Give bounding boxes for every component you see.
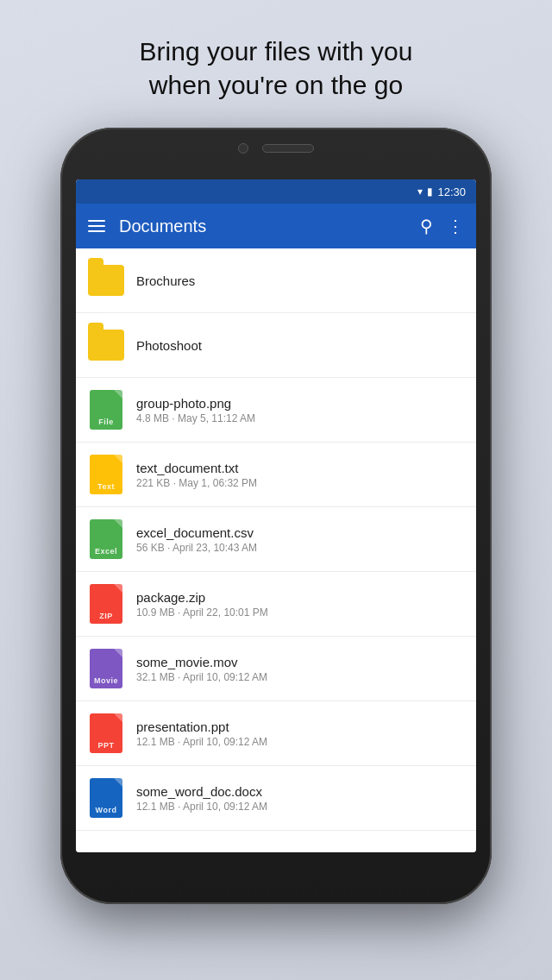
file-list: Brochures Photoshoot File — [76, 248, 476, 852]
app-title: Documents — [119, 217, 406, 236]
file-info-f7: some_word_doc.docx 12.1 MB · April 10, 0… — [136, 784, 464, 813]
speaker-grill — [262, 144, 314, 153]
file-name-f5: some_movie.mov — [136, 655, 464, 669]
file-item-f3[interactable]: Excel excel_document.csv 56 KB · April 2… — [76, 507, 476, 572]
battery-icon: ▮ — [427, 185, 433, 198]
file-name-f4: package.zip — [136, 590, 464, 605]
folder-shape — [88, 265, 124, 296]
folder-name: Brochures — [136, 273, 464, 288]
folder-info: Photoshoot — [136, 338, 464, 353]
file-type-icon-f3: Excel — [88, 518, 124, 561]
camera-dot — [238, 143, 248, 154]
file-meta-f5: 32.1 MB · April 10, 09:12 AM — [136, 671, 464, 683]
file-meta-f1: 4.8 MB · May 5, 11:12 AM — [136, 412, 464, 424]
folder-info: Brochures — [136, 273, 464, 288]
file-info-f2: text_document.txt 221 KB · May 1, 06:32 … — [136, 461, 464, 489]
file-name-f3: excel_document.csv — [136, 525, 464, 540]
file-name-f2: text_document.txt — [136, 461, 464, 475]
status-bar: ▾ ▮ 12:30 — [76, 179, 476, 204]
folder-name: Photoshoot — [136, 338, 464, 353]
hamburger-menu-icon[interactable] — [88, 220, 105, 232]
file-type-icon-f4: ZIP — [88, 582, 124, 625]
file-type-icon-f7: Word — [88, 776, 124, 820]
folder-item-photoshoot[interactable]: Photoshoot — [76, 313, 476, 378]
phone-top-bar — [238, 143, 314, 154]
tagline: Bring your files with you when you're on… — [88, 0, 465, 119]
phone-screen: ▾ ▮ 12:30 Documents ⚲ ⋮ — [76, 179, 476, 852]
phone-mockup: ▾ ▮ 12:30 Documents ⚲ ⋮ — [60, 128, 492, 904]
app-bar: Documents ⚲ ⋮ — [76, 204, 476, 248]
file-info-f4: package.zip 10.9 MB · April 22, 10:01 PM — [136, 590, 464, 619]
folder-icon — [88, 324, 124, 367]
file-meta-f6: 12.1 MB · April 10, 09:12 AM — [136, 736, 464, 748]
phone-shell: ▾ ▮ 12:30 Documents ⚲ ⋮ — [60, 128, 492, 904]
file-name-f6: presentation.ppt — [136, 719, 464, 734]
file-meta-f3: 56 KB · April 23, 10:43 AM — [136, 542, 464, 554]
more-options-icon[interactable]: ⋮ — [447, 216, 464, 236]
file-item-f2[interactable]: Text text_document.txt 221 KB · May 1, 0… — [76, 443, 476, 507]
file-type-icon-f1: File — [88, 388, 124, 431]
wifi-icon: ▾ — [417, 185, 423, 198]
file-info-f1: group-photo.png 4.8 MB · May 5, 11:12 AM — [136, 396, 464, 424]
file-item-f4[interactable]: ZIP package.zip 10.9 MB · April 22, 10:0… — [76, 572, 476, 637]
file-item-f1[interactable]: File group-photo.png 4.8 MB · May 5, 11:… — [76, 378, 476, 443]
file-type-icon-f2: Text — [88, 453, 124, 496]
file-name-f7: some_word_doc.docx — [136, 784, 464, 799]
folder-shape — [88, 330, 124, 361]
file-info-f3: excel_document.csv 56 KB · April 23, 10:… — [136, 525, 464, 554]
file-item-f6[interactable]: PPT presentation.ppt 12.1 MB · April 10,… — [76, 701, 476, 766]
file-meta-f2: 221 KB · May 1, 06:32 PM — [136, 477, 464, 489]
folder-item-brochures[interactable]: Brochures — [76, 248, 476, 313]
status-icons: ▾ ▮ 12:30 — [417, 185, 466, 198]
search-icon[interactable]: ⚲ — [420, 216, 433, 236]
file-info-f6: presentation.ppt 12.1 MB · April 10, 09:… — [136, 719, 464, 748]
file-name-f1: group-photo.png — [136, 396, 464, 411]
file-meta-f4: 10.9 MB · April 22, 10:01 PM — [136, 606, 464, 619]
time-display: 12:30 — [437, 185, 466, 198]
folder-icon — [88, 259, 124, 302]
file-type-icon-f6: PPT — [88, 712, 124, 755]
file-meta-f7: 12.1 MB · April 10, 09:12 AM — [136, 801, 464, 813]
app-bar-actions: ⚲ ⋮ — [420, 216, 464, 236]
file-item-f7[interactable]: Word some_word_doc.docx 12.1 MB · April … — [76, 766, 476, 831]
file-item-f5[interactable]: Movie some_movie.mov 32.1 MB · April 10,… — [76, 637, 476, 701]
file-type-icon-f5: Movie — [88, 647, 124, 690]
file-info-f5: some_movie.mov 32.1 MB · April 10, 09:12… — [136, 655, 464, 683]
